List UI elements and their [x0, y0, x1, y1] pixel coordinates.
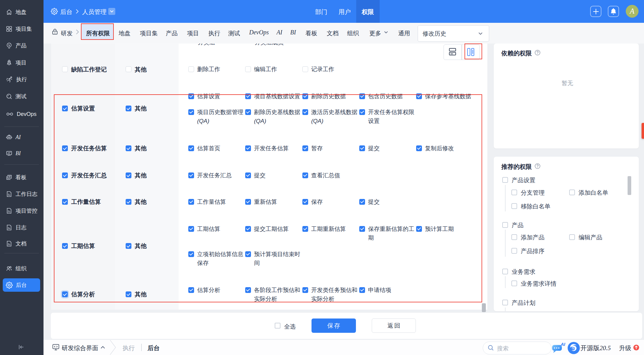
svg-text:AI: AI — [560, 342, 566, 347]
